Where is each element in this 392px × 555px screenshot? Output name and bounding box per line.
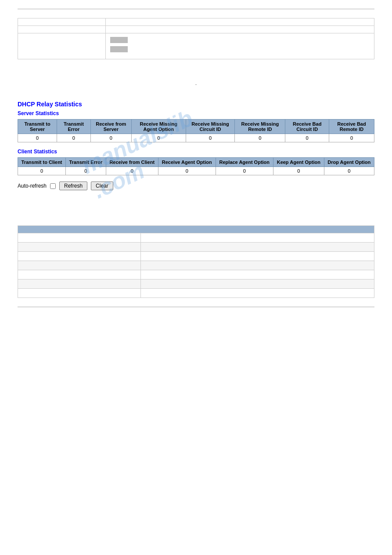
config-label-1: [18, 18, 106, 26]
bottom-row-6: [18, 279, 374, 289]
server-val-6: 0: [235, 134, 285, 142]
client-data-row: 0 0 0 0 0 0 0: [18, 167, 374, 175]
bottom-col2-7: [141, 289, 374, 298]
server-val-2: 0: [57, 134, 91, 142]
bottom-header-row: [18, 226, 374, 233]
bottom-col1-7: [18, 289, 141, 298]
server-th-8: Receive Bad Remote ID: [329, 120, 374, 134]
bottom-col2-1: [141, 233, 374, 243]
server-th-1: Transmit to Server: [18, 120, 57, 134]
small-box-2: [110, 46, 128, 52]
config-row-2: [18, 26, 374, 33]
client-header-row: Transmit to Client Transmit Error Receiv…: [18, 158, 374, 167]
config-value-3: [106, 33, 374, 59]
bottom-row-1: [18, 233, 374, 243]
relay-stats-title: DHCP Relay Statistics: [18, 101, 374, 108]
server-val-8: 0: [329, 134, 374, 142]
bottom-col1-1: [18, 233, 141, 243]
bottom-divider: [18, 307, 374, 307]
relay-stats-section: manualslib.com DHCP Relay Statistics Ser…: [18, 101, 374, 203]
bottom-row-3: [18, 252, 374, 261]
refresh-button[interactable]: Refresh: [59, 181, 87, 190]
bottom-section: [18, 225, 374, 298]
bottom-col2-5: [141, 270, 374, 279]
bottom-col2-4: [141, 261, 374, 270]
config-row-1: [18, 18, 374, 26]
config-label-2: [18, 26, 106, 33]
bottom-col1-4: [18, 261, 141, 270]
server-th-7: Receive Bad Circuit ID: [285, 120, 329, 134]
server-th-5: Receive Missing Circuit ID: [186, 120, 235, 134]
bottom-col1-6: [18, 279, 141, 289]
dash-separator: -: [18, 81, 374, 87]
bottom-col2-6: [141, 279, 374, 289]
top-divider: [18, 9, 374, 9]
client-th-7: Drop Agent Option: [324, 158, 374, 167]
bottom-config-table: [18, 225, 374, 298]
server-th-3: Receive from Server: [90, 120, 131, 134]
server-val-3: 0: [90, 134, 131, 142]
server-data-row: 0 0 0 0 0 0 0 0: [18, 134, 374, 142]
server-val-4: 0: [131, 134, 186, 142]
bottom-col2-3: [141, 252, 374, 261]
bottom-row-7: [18, 289, 374, 298]
client-val-3: 0: [106, 167, 158, 175]
config-row-3: [18, 33, 374, 59]
bottom-row-2: [18, 243, 374, 252]
config-table: [18, 18, 374, 59]
client-th-6: Keep Agent Option: [273, 158, 324, 167]
server-stats-table: Transmit to Server Transmit Error Receiv…: [18, 119, 374, 142]
config-label-3: [18, 33, 106, 59]
client-val-2: 0: [66, 167, 106, 175]
server-header-row: Transmit to Server Transmit Error Receiv…: [18, 120, 374, 134]
auto-refresh-label: Auto-refresh: [18, 183, 47, 189]
bottom-col1-3: [18, 252, 141, 261]
server-val-5: 0: [186, 134, 235, 142]
client-val-7: 0: [324, 167, 374, 175]
clear-button[interactable]: Clear: [91, 181, 113, 190]
config-value-1: [106, 18, 374, 26]
client-th-5: Replace Agent Option: [216, 158, 273, 167]
client-th-1: Transmit to Client: [18, 158, 66, 167]
client-val-6: 0: [273, 167, 324, 175]
bottom-col1-2: [18, 243, 141, 252]
bottom-row-5: [18, 270, 374, 279]
client-th-4: Receive Agent Option: [158, 158, 216, 167]
server-val-1: 0: [18, 134, 57, 142]
server-val-7: 0: [285, 134, 329, 142]
client-th-3: Receive from Client: [106, 158, 158, 167]
client-stats-table: Transmit to Client Transmit Error Receiv…: [18, 157, 374, 175]
bottom-row-4: [18, 261, 374, 270]
client-val-5: 0: [216, 167, 273, 175]
bottom-col2-2: [141, 243, 374, 252]
config-value-2: [106, 26, 374, 33]
auto-refresh-checkbox[interactable]: [50, 183, 56, 189]
bottom-header-cell: [18, 226, 374, 233]
server-th-4: Receive Missing Agent Option: [131, 120, 186, 134]
server-th-2: Transmit Error: [57, 120, 91, 134]
client-val-4: 0: [158, 167, 216, 175]
small-box-1: [110, 37, 128, 43]
refresh-bar: Auto-refresh Refresh Clear: [18, 181, 374, 190]
client-val-1: 0: [18, 167, 66, 175]
bottom-col1-5: [18, 270, 141, 279]
client-stats-subtitle: Client Statistics: [18, 149, 374, 155]
server-stats-subtitle: Server Statistics: [18, 110, 374, 116]
server-th-6: Receive Missing Remote ID: [235, 120, 285, 134]
client-th-2: Transmit Error: [66, 158, 106, 167]
